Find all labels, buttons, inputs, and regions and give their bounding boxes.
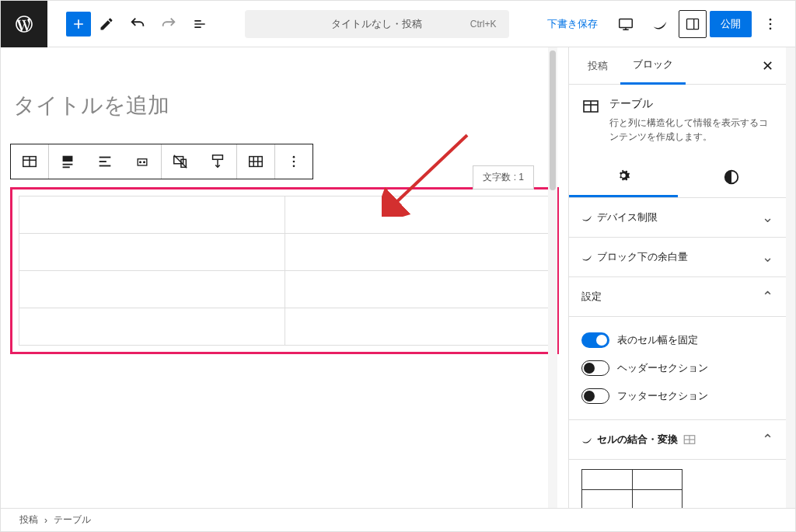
chevron-up-icon: ⌃ (762, 288, 773, 305)
move-icon[interactable] (124, 144, 161, 179)
svg-rect-0 (620, 19, 633, 27)
editor-canvas: タイトルを追加 文字数 : 1 (1, 47, 568, 508)
toggle-fixed-width-row: 表のセル幅を固定 (581, 326, 773, 354)
svg-rect-10 (63, 164, 73, 165)
wordpress-logo[interactable] (1, 1, 47, 47)
swoosh-icon (581, 434, 592, 445)
svg-point-29 (293, 165, 295, 168)
table-block[interactable] (10, 187, 559, 354)
toggle-header-section-row: ヘッダーセクション (581, 354, 773, 382)
toggle-footer-section[interactable] (581, 388, 609, 404)
publish-button[interactable]: 公開 (710, 11, 752, 37)
chevron-up-icon: ⌃ (762, 431, 773, 448)
shortcut-hint: Ctrl+K (470, 19, 497, 30)
block-more-icon[interactable] (275, 144, 312, 179)
editor-scrollbar-thumb[interactable] (550, 50, 556, 190)
svg-point-28 (293, 161, 295, 163)
table-row[interactable] (19, 308, 550, 346)
toggle-label: 表のセル幅を固定 (617, 333, 698, 347)
close-sidebar-icon[interactable]: ✕ (756, 51, 780, 81)
settings-subtab-icon[interactable] (569, 156, 678, 197)
toggle-label: フッターセクション (617, 389, 708, 403)
sidebar-toggle-icon[interactable] (679, 10, 707, 38)
char-count-badge: 文字数 : 1 (473, 165, 534, 190)
toggle-label: ヘッダーセクション (617, 361, 708, 375)
svg-point-16 (140, 162, 141, 163)
panel-label: ブロック下の余白量 (597, 250, 688, 264)
chevron-down-icon: ⌄ (762, 209, 773, 226)
breadcrumb-table[interactable]: テーブル (54, 513, 91, 527)
column-edit-icon[interactable] (199, 144, 236, 179)
document-title-field[interactable]: タイトルなし・投稿 Ctrl+K (245, 10, 509, 38)
svg-point-27 (293, 156, 295, 158)
svg-rect-12 (100, 157, 111, 158)
settings-sidebar: 投稿 ブロック ✕ テーブル 行と列に構造化して情報を表示するコンテンツを作成し… (568, 47, 786, 508)
document-title-text: タイトルなし・投稿 (331, 17, 422, 31)
svg-point-17 (144, 162, 145, 163)
panel-margin-below[interactable]: ブロック下の余白量 ⌄ (569, 238, 786, 277)
swoosh-icon (581, 212, 592, 223)
table-edit-icon[interactable] (237, 144, 274, 179)
settings-panel-body: 表のセル幅を固定 ヘッダーセクション フッターセクション (569, 317, 786, 420)
svg-rect-14 (100, 165, 111, 167)
document-title-bar: タイトルなし・投稿 Ctrl+K (215, 10, 538, 38)
panel-device-limit[interactable]: デバイス制限 ⌄ (569, 198, 786, 238)
save-draft-link[interactable]: 下書き保存 (538, 11, 607, 37)
block-name: テーブル (609, 97, 773, 111)
svg-rect-11 (63, 166, 70, 168)
block-description: 行と列に構造化して情報を表示するコンテンツを作成します。 (609, 116, 773, 144)
align-icon[interactable] (49, 144, 86, 179)
block-info: テーブル 行と列に構造化して情報を表示するコンテンツを作成します。 (569, 85, 786, 156)
table-icon (683, 433, 696, 447)
svg-rect-21 (213, 155, 223, 160)
tab-block[interactable]: ブロック (620, 47, 686, 85)
merge-preview-table[interactable] (581, 469, 773, 508)
toggle-footer-section-row: フッターセクション (581, 382, 773, 410)
table-icon (581, 97, 600, 144)
toggle-header-section[interactable] (581, 360, 609, 376)
top-toolbar: タイトルなし・投稿 Ctrl+K 下書き保存 公開 (1, 1, 795, 47)
block-toolbar (10, 144, 313, 179)
sidebar-scrollbar[interactable] (786, 47, 795, 508)
redo-icon[interactable] (153, 9, 184, 40)
styles-subtab-icon[interactable] (678, 156, 787, 197)
table-row[interactable] (19, 234, 550, 271)
chevron-down-icon: ⌄ (762, 249, 773, 266)
svg-rect-9 (63, 156, 73, 162)
sidebar-sub-tabs (569, 156, 786, 198)
preview-device-icon[interactable] (610, 9, 641, 40)
svg-rect-1 (687, 19, 699, 29)
table-row[interactable] (19, 271, 550, 308)
panel-merge-convert[interactable]: セルの結合・変換 ⌃ (569, 420, 786, 460)
sidebar-tabs: 投稿 ブロック ✕ (569, 47, 786, 85)
more-options-icon[interactable] (755, 9, 786, 40)
svg-point-3 (770, 18, 772, 20)
breadcrumb: 投稿 › テーブル (1, 508, 795, 531)
swoosh-icon[interactable] (644, 9, 676, 40)
swoosh-icon (581, 252, 592, 263)
tab-post[interactable]: 投稿 (575, 48, 620, 84)
breadcrumb-separator: › (44, 515, 47, 526)
add-block-button[interactable] (66, 12, 91, 37)
svg-rect-15 (138, 159, 147, 165)
document-outline-icon[interactable] (184, 9, 215, 40)
panel-label: セルの結合・変換 (597, 433, 678, 447)
panel-settings[interactable]: 設定 ⌃ (569, 277, 786, 317)
toggle-fixed-width[interactable] (581, 332, 609, 348)
device-restrict-icon[interactable] (162, 144, 199, 179)
svg-point-4 (770, 23, 772, 25)
table-block-icon[interactable] (11, 144, 48, 179)
main-layout: タイトルを追加 文字数 : 1 (1, 47, 795, 508)
right-actions: 下書き保存 公開 (538, 9, 795, 40)
panel-label: デバイス制限 (597, 210, 658, 224)
text-align-icon[interactable] (86, 144, 124, 179)
svg-point-5 (770, 27, 772, 30)
undo-icon[interactable] (122, 9, 153, 40)
table-row[interactable] (19, 196, 550, 234)
panel-label: 設定 (581, 290, 602, 304)
edit-icon[interactable] (91, 9, 122, 40)
post-title-input[interactable]: タイトルを追加 (10, 91, 559, 120)
breadcrumb-post[interactable]: 投稿 (19, 513, 38, 527)
svg-rect-13 (100, 161, 106, 162)
